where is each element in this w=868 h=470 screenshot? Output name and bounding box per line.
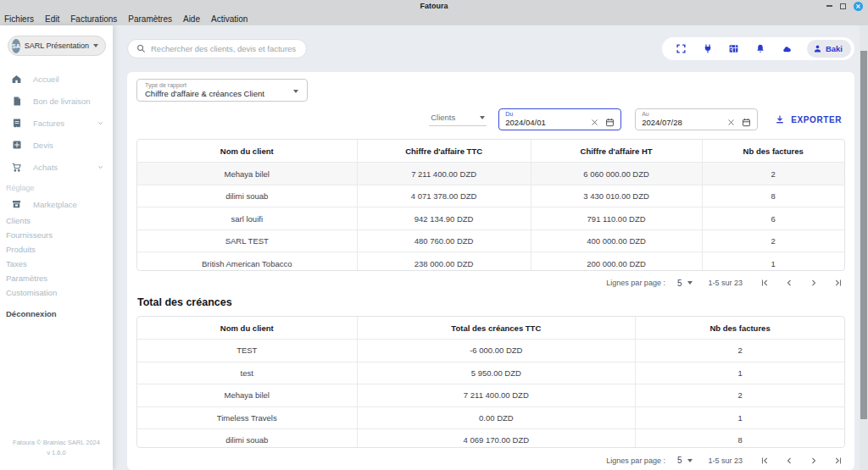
calendar-icon[interactable] xyxy=(604,117,615,127)
clear-icon[interactable] xyxy=(726,117,736,127)
rows-per-page-value: 5 xyxy=(677,456,682,465)
table-grid-icon[interactable] xyxy=(728,43,740,55)
column-header: Chiffre d'affaire TTC xyxy=(357,140,531,162)
filter-row: Clients Du 2024/04/01 xyxy=(136,108,845,130)
calendar-icon[interactable] xyxy=(741,117,751,127)
last-page-icon[interactable] xyxy=(833,278,843,288)
revenue-ttc-cell: 7 211 400.00 DZD xyxy=(357,163,531,185)
menu-aide[interactable]: Aide xyxy=(183,14,200,24)
menu-facturations[interactable]: Facturations xyxy=(70,14,117,24)
invoice-icon xyxy=(11,118,22,129)
rows-per-page-label: Lignes par page : xyxy=(606,456,665,465)
org-avatar: SA xyxy=(12,39,20,53)
plug-icon[interactable] xyxy=(702,43,714,55)
previous-page-icon[interactable] xyxy=(784,278,794,288)
table-header-row: Nom du client Chiffre d'affaire TTC Chif… xyxy=(137,140,844,162)
bell-icon[interactable] xyxy=(754,43,766,55)
column-header: Nom du client xyxy=(137,140,357,162)
client-name-cell: Mehaya bilel xyxy=(137,163,357,185)
search-input[interactable] xyxy=(151,44,298,53)
download-icon xyxy=(775,114,785,124)
sidebar-item-label: Accueil xyxy=(33,75,104,84)
scrollbar-thumb[interactable] xyxy=(860,51,867,419)
date-from-field[interactable]: Du 2024/04/01 xyxy=(498,108,621,130)
scrollbar-track[interactable] xyxy=(860,25,868,470)
menu-fichiers[interactable]: Fichiers xyxy=(4,14,34,24)
next-page-icon[interactable] xyxy=(809,456,819,466)
chevron-down-icon xyxy=(687,459,693,462)
sidebar-item-marketplace[interactable]: Marketplace xyxy=(0,195,113,213)
menu-edit[interactable]: Edit xyxy=(45,14,59,24)
sidebar-nav: Accueil Bon de livraison Factures xyxy=(0,68,113,318)
sidebar-link-parametres[interactable]: Paramètres xyxy=(0,271,113,285)
table-row: Mehaya bilel 7 211 400.00 DZD 6 060 000.… xyxy=(137,162,844,185)
invoice-count-cell: 2 xyxy=(635,340,844,362)
sidebar-link-produits[interactable]: Produits xyxy=(0,242,113,257)
clear-icon[interactable] xyxy=(589,117,599,127)
fullscreen-icon[interactable] xyxy=(676,43,687,55)
user-chip[interactable]: Baki xyxy=(807,40,851,58)
receivables-title: Total des créances xyxy=(137,296,845,308)
person-icon xyxy=(813,44,822,53)
revenue-ht-cell: 6 060 000.00 DZD xyxy=(531,163,702,185)
menu-parametres[interactable]: Paramètres xyxy=(128,14,172,24)
export-button[interactable]: EXPORTER xyxy=(775,114,842,124)
minimize-icon[interactable] xyxy=(826,5,832,7)
sidebar-item-devis[interactable]: Devis xyxy=(0,134,113,156)
sidebar-item-factures[interactable]: Factures xyxy=(0,112,113,134)
sidebar-link-fournisseurs[interactable]: Fournisseurs xyxy=(0,228,113,242)
sidebar-item-label: Marketplace xyxy=(33,200,104,209)
receivable-ttc-cell: 7 211 400.00 DZD xyxy=(357,384,636,406)
receivable-ttc-cell: -6 000.00 DZD xyxy=(357,340,636,362)
sidebar-item-bon-de-livraison[interactable]: Bon de livraison xyxy=(0,90,113,112)
sidebar: SA SARL Présentation Accueil Bon de livr… xyxy=(0,25,113,470)
export-label: EXPORTER xyxy=(791,115,842,124)
first-page-icon[interactable] xyxy=(760,456,770,466)
chevron-down-icon xyxy=(293,90,298,93)
sidebar-link-clients[interactable]: Clients xyxy=(0,213,113,228)
footer-version: v 1.6.0 xyxy=(0,448,113,458)
column-header: Chiffre d'affaire HT xyxy=(531,140,702,162)
rows-per-page-select[interactable]: 5 xyxy=(677,279,693,288)
first-page-icon[interactable] xyxy=(760,278,770,288)
revenue-ttc-cell: 238 000.00 DZD xyxy=(357,252,531,271)
date-to-value: 2024/07/28 xyxy=(642,118,721,127)
org-selector[interactable]: SA SARL Présentation xyxy=(8,36,106,56)
sidebar-item-achats[interactable]: Achats xyxy=(0,156,113,178)
maximize-icon[interactable] xyxy=(840,3,846,9)
invoice-count-cell: 2 xyxy=(702,230,844,252)
revenue-pagination: Lignes par page : 5 1-5 sur 23 xyxy=(136,274,845,292)
logout-button[interactable]: Déconnexion xyxy=(0,300,113,318)
report-type-select[interactable]: Type de rapport Chiffre d'affaire & créa… xyxy=(136,79,308,102)
date-from-label: Du xyxy=(505,111,513,117)
client-name-cell: SARL TEST xyxy=(137,230,357,252)
invoice-count-cell: 8 xyxy=(702,185,844,207)
sidebar-item-accueil[interactable]: Accueil xyxy=(0,68,113,90)
revenue-ttc-cell: 942 134.90 DZD xyxy=(357,207,531,229)
rows-per-page-select[interactable]: 5 xyxy=(677,456,693,465)
client-name-cell: test xyxy=(137,362,357,384)
store-icon xyxy=(11,199,22,210)
scope-select[interactable]: Clients xyxy=(429,113,487,126)
chevron-down-icon xyxy=(93,44,98,47)
sidebar-section-reglage: Réglage xyxy=(0,178,113,195)
last-page-icon[interactable] xyxy=(833,456,843,466)
client-name-cell: sarl louifi xyxy=(137,207,357,229)
pagination-range: 1-5 sur 23 xyxy=(708,279,743,287)
close-icon[interactable] xyxy=(854,2,863,11)
invoice-count-cell: 1 xyxy=(702,252,844,271)
client-name-cell: Mehaya bilel xyxy=(137,384,357,406)
org-name: SARL Présentation xyxy=(25,41,89,50)
menu-bar: Fichiers Edit Facturations Paramètres Ai… xyxy=(0,12,868,25)
client-name-cell: Timeless Travels xyxy=(137,407,357,429)
menu-activation[interactable]: Activation xyxy=(211,14,248,24)
next-page-icon[interactable] xyxy=(809,278,819,288)
top-bar: Baki xyxy=(113,25,854,72)
cloud-icon[interactable] xyxy=(781,43,793,55)
date-to-field[interactable]: Au 2024/07/28 xyxy=(635,108,758,130)
previous-page-icon[interactable] xyxy=(784,456,794,466)
chevron-down-icon xyxy=(97,119,104,127)
sidebar-link-customisation[interactable]: Customisation xyxy=(0,285,113,300)
sidebar-link-taxes[interactable]: Taxes xyxy=(0,257,113,271)
report-type-label: Type de rapport xyxy=(145,82,299,88)
